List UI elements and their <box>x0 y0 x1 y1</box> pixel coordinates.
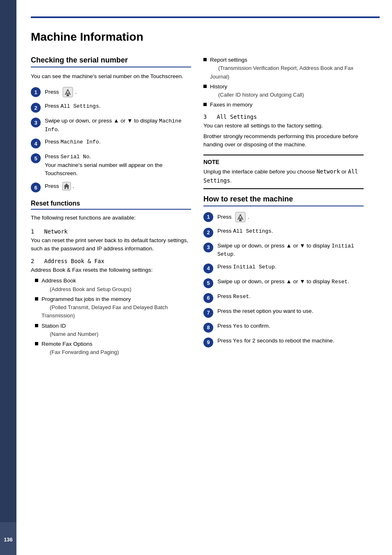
reset-functions-desc: The following reset functions are availa… <box>31 214 191 222</box>
how-to-reset-heading: How to reset the machine <box>203 195 364 206</box>
step-4: 4 Press Machine Info. <box>31 138 191 148</box>
reset-item-3-header: 3 All Settings <box>203 113 364 120</box>
reset-step-7: 7 Press the reset option you want to use… <box>203 307 364 318</box>
reset-step-2: 2 Press All Settings. <box>203 227 364 238</box>
reset-item-3-body2: Brother strongly recommends performing t… <box>203 132 364 149</box>
home-icon-1 <box>62 182 71 191</box>
sub-report-settings: (Transmission Verification Report, Addre… <box>210 65 353 79</box>
step-circle-4: 4 <box>31 139 41 148</box>
bullet-report-settings-text: Report settings (Transmission Verificati… <box>210 56 364 81</box>
reset-step-circle-4: 4 <box>203 264 213 273</box>
reset-item-1-header: 1 Network <box>31 228 191 235</box>
reset-step-circle-7: 7 <box>203 308 213 318</box>
step-6: 6 Press . <box>31 182 191 192</box>
note-text: Unplug the interface cable before you ch… <box>203 167 364 185</box>
note-label: NOTE <box>203 159 364 165</box>
step-circle-3: 3 <box>31 118 41 127</box>
bullet-square-icon-3 <box>35 324 38 327</box>
sub-history: (Caller ID history and Outgoing Call) <box>218 92 304 98</box>
checking-serial-desc: You can see the machine's serial number … <box>31 72 191 81</box>
wrench-icon-2 <box>235 211 246 223</box>
reset-item-2: 2 Address Book & Fax Address Book & Fax … <box>31 258 191 357</box>
step-4-text: Press Machine Info. <box>45 138 191 146</box>
left-sidebar: 136 <box>0 0 16 555</box>
step-5-text: Press Serial No.Your machine's serial nu… <box>45 153 191 178</box>
bullet-report-settings: Report settings (Transmission Verificati… <box>203 56 364 81</box>
reset-step-9: 9 Press Yes for 2 seconds to reboot the … <box>203 337 364 347</box>
step-5: 5 Press Serial No.Your machine's serial … <box>31 153 191 178</box>
reset-step-circle-5: 5 <box>203 278 213 288</box>
right-column: Report settings (Transmission Verificati… <box>203 56 364 362</box>
reset-step-7-text: Press the reset option you want to use. <box>217 307 364 315</box>
step-circle-2: 2 <box>31 103 41 113</box>
note-box: NOTE Unplug the interface cable before y… <box>203 155 364 189</box>
checking-serial-heading: Checking the serial number <box>31 56 191 67</box>
step-1-text: Press . <box>45 86 191 98</box>
wrench-icon-1 <box>62 86 74 98</box>
step-6-text: Press . <box>45 182 191 191</box>
reset-step-8: 8 Press Yes to confirm. <box>203 322 364 333</box>
step-3-text: Swipe up or down, or press ▲ or ▼ to dis… <box>45 117 191 134</box>
sub-remote-fax: (Fax Forwarding and Paging) <box>50 349 119 355</box>
step-2-text: Press All Settings. <box>45 102 191 111</box>
reset-item-1: 1 Network You can reset the print server… <box>31 228 191 253</box>
sub-address-book: (Address Book and Setup Groups) <box>50 286 131 292</box>
bullet-fax-jobs-text: Programmed fax jobs in the memory (Polle… <box>42 295 191 320</box>
step-1: 1 Press . <box>31 86 191 98</box>
bullet-station-id-text: Station ID (Name and Number) <box>42 322 99 339</box>
bullet-history: History (Caller ID history and Outgoing … <box>203 83 364 99</box>
reset-step-circle-6: 6 <box>203 293 213 303</box>
bullet-square-icon-2 <box>35 297 38 301</box>
bullet-square-icon-6 <box>203 85 207 88</box>
reset-step-8-text: Press Yes to confirm. <box>217 322 364 331</box>
reset-item-2-header: 2 Address Book & Fax <box>31 258 191 264</box>
main-content: Machine Information Checking the serial … <box>16 0 392 555</box>
page-number: 136 <box>0 536 16 543</box>
page-title: Machine Information <box>31 30 380 44</box>
sub-fax-jobs: (Polled Transmit, Delayed Fax and Delaye… <box>42 304 168 319</box>
reset-step-circle-3: 3 <box>203 243 213 252</box>
reset-step-circle-9: 9 <box>203 338 213 347</box>
bullet-address-book-text: Address Book (Address Book and Setup Gro… <box>42 277 131 294</box>
reset-step-1: 1 Press . <box>203 211 364 223</box>
reset-item-3: 3 All Settings You can restore all setti… <box>203 113 364 149</box>
reset-item-1-body: You can reset the print server back to i… <box>31 236 191 253</box>
reset-step-4: 4 Press Initial Setup. <box>203 263 364 273</box>
svg-rect-4 <box>67 94 69 96</box>
reset-step-2-text: Press All Settings. <box>217 227 364 236</box>
reset-step-4-text: Press Initial Setup. <box>217 263 364 271</box>
bullet-address-book: Address Book (Address Book and Setup Gro… <box>35 277 191 294</box>
reset-step-5: 5 Swipe up or down, or press ▲ or ▼ to d… <box>203 278 364 288</box>
step-2: 2 Press All Settings. <box>31 102 191 113</box>
left-column: Checking the serial number You can see t… <box>31 56 191 362</box>
top-border <box>31 16 380 18</box>
svg-rect-11 <box>239 219 242 221</box>
sub-station-id: (Name and Number) <box>50 331 99 337</box>
reset-step-5-text: Swipe up or down, or press ▲ or ▼ to dis… <box>217 278 364 286</box>
step-3: 3 Swipe up or down, or press ▲ or ▼ to d… <box>31 117 191 134</box>
bullet-station-id: Station ID (Name and Number) <box>35 322 191 339</box>
reset-item-2-body: Address Book & Fax resets the following … <box>31 266 191 274</box>
bullet-square-icon-5 <box>203 58 207 61</box>
bullet-faxes-memory-text: Faxes in memory <box>210 101 253 109</box>
reset-step-circle-8: 8 <box>203 323 213 333</box>
two-column-layout: Checking the serial number You can see t… <box>31 56 380 362</box>
reset-step-6-text: Press Reset. <box>217 292 364 301</box>
reset-functions-heading: Reset functions <box>31 200 191 210</box>
bullet-square-icon <box>35 279 38 282</box>
reset-step-1-text: Press . <box>217 211 364 223</box>
step-circle-6: 6 <box>31 183 41 192</box>
bullet-faxes-memory: Faxes in memory <box>203 101 364 109</box>
bullet-square-icon-4 <box>35 342 38 345</box>
reset-step-3: 3 Swipe up or down, or press ▲ or ▼ to d… <box>203 242 364 259</box>
reset-item-3-body1: You can restore all settings to the fact… <box>203 122 364 130</box>
reset-step-9-text: Press Yes for 2 seconds to reboot the ma… <box>217 337 364 345</box>
bullet-remote-fax-text: Remote Fax Options (Fax Forwarding and P… <box>42 340 119 357</box>
bullet-fax-jobs: Programmed fax jobs in the memory (Polle… <box>35 295 191 320</box>
step-circle-5: 5 <box>31 153 41 163</box>
reset-step-3-text: Swipe up or down, or press ▲ or ▼ to dis… <box>217 242 364 259</box>
bullet-square-icon-7 <box>203 103 207 106</box>
reset-step-circle-2: 2 <box>203 228 213 238</box>
reset-step-6: 6 Press Reset. <box>203 292 364 303</box>
step-circle-1: 1 <box>31 87 41 97</box>
